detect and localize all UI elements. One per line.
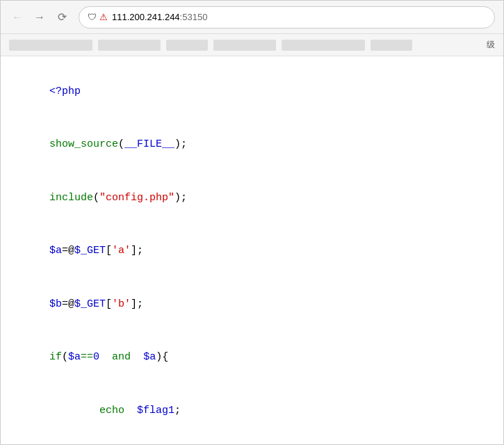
bookmark-2[interactable] (98, 40, 161, 51)
bookmark-3[interactable] (166, 40, 208, 51)
shield-icon: 🛡 (88, 12, 97, 22)
bookmarks-bar: 级 (1, 34, 503, 56)
nav-buttons: ← → ⟳ (9, 9, 70, 26)
code-line-6: echo $flag1; (12, 384, 492, 437)
address-bar[interactable]: 🛡 ⚠ 111.200.241.244:53150 (79, 6, 495, 29)
browser-window: ← → ⟳ 🛡 ⚠ 111.200.241.244:53150 级 <?php (0, 0, 504, 445)
code-line-1: show_source(__FILE__); (12, 118, 492, 172)
code-line-5: if($a==0 and $a){ (12, 331, 492, 385)
bookmark-6[interactable] (371, 40, 412, 51)
url-domain: 111.200.241.244 (112, 12, 180, 22)
code-line-phptag: <?php (12, 65, 492, 118)
bookmark-4[interactable] (213, 40, 276, 51)
address-icons: 🛡 ⚠ (88, 12, 108, 22)
code-line-7: } (12, 437, 492, 445)
code-area: <?php show_source(__FILE__); include("co… (1, 56, 503, 444)
code-line-3: $a=@$_GET['a']; (12, 225, 492, 278)
php-open-tag: <?php (49, 86, 81, 97)
code-line-2: include("config.php"); (12, 171, 492, 225)
code-show-source: show_source (49, 138, 118, 150)
bookmark-5[interactable] (282, 40, 365, 51)
title-bar: ← → ⟳ 🛡 ⚠ 111.200.241.244:53150 (1, 1, 503, 34)
url-port: :53150 (180, 12, 208, 22)
bookmark-1[interactable] (9, 40, 92, 51)
warning-icon: ⚠ (99, 12, 108, 22)
level-text: 级 (487, 39, 495, 51)
reload-button[interactable]: ⟳ (54, 9, 70, 26)
url-display: 111.200.241.244:53150 (112, 12, 207, 22)
back-button[interactable]: ← (9, 9, 26, 26)
forward-button[interactable]: → (31, 9, 48, 26)
code-line-4: $b=@$_GET['b']; (12, 277, 492, 331)
